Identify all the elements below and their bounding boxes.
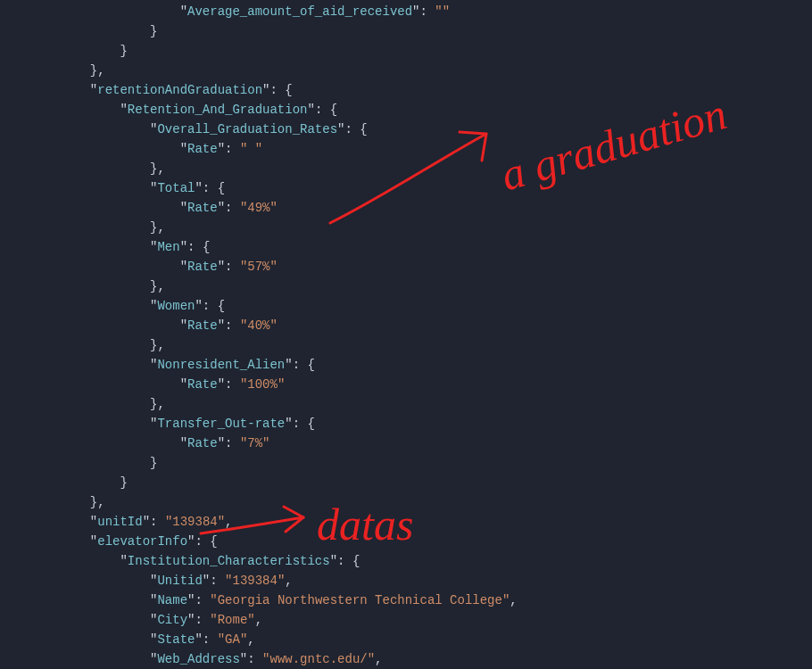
json-key: Transfer_Out-rate (157, 417, 285, 431)
code-line: } (0, 473, 652, 492)
code-line: }, (0, 61, 652, 80)
json-key: Overall_Graduation_Rates (157, 122, 337, 136)
code-line: "Total": { (0, 178, 652, 198)
code-line: "State": "GA", (0, 630, 652, 649)
json-key: State (157, 632, 195, 647)
json-string: 40% (247, 318, 269, 333)
json-string (247, 142, 254, 156)
code-line: "Average_amount_of_aid_received": "" (0, 2, 652, 21)
code-line: "Web_Address": "www.gntc.edu/", (0, 649, 652, 669)
code-line: "Nonresident_Alien": { (0, 355, 652, 375)
code-line: "Men": { (0, 237, 652, 257)
code-line: "Rate": "40%" (0, 316, 652, 335)
json-key: Rate (187, 142, 218, 156)
code-line: "Women": { (0, 296, 652, 316)
json-string: Georgia Northwestern Technical College (218, 593, 502, 607)
code-line: }, (0, 492, 652, 512)
json-key: elevatorInfo (97, 534, 187, 549)
code-line: "Rate": "7%" (0, 434, 652, 453)
json-key: Rate (187, 377, 218, 392)
json-key: Rate (187, 260, 218, 274)
code-line: }, (0, 394, 652, 414)
code-line: } (0, 41, 652, 61)
code-line: } (0, 21, 652, 41)
json-key: Rate (187, 201, 218, 215)
code-line: "retentionAndGraduation": { (0, 80, 652, 100)
code-line: "Rate": "57%" (0, 257, 652, 277)
json-key: Average_amount_of_aid_received (187, 4, 412, 19)
code-line: "Retention_And_Graduation": { (0, 100, 652, 120)
json-key: Rate (187, 436, 218, 450)
json-key: Nonresident_Alien (157, 358, 285, 372)
json-string: GA (225, 632, 240, 647)
code-line: "City": "Rome", (0, 610, 652, 630)
code-line: "elevatorInfo": { (0, 532, 652, 551)
json-key: Unitid (157, 574, 202, 588)
code-line: }, (0, 335, 652, 355)
json-key: retentionAndGraduation (97, 83, 262, 97)
json-string: 139384 (172, 515, 217, 529)
code-line: "Name": "Georgia Northwestern Technical … (0, 591, 652, 610)
code-line: "unitId": "139384", (0, 512, 652, 532)
json-key: Women (157, 299, 195, 313)
json-string: 100% (247, 377, 278, 392)
code-line: }, (0, 277, 652, 296)
json-key: Retention_And_Graduation (128, 103, 308, 117)
json-key: Institution_Characteristics (128, 554, 330, 568)
json-key: Web_Address (157, 652, 239, 666)
code-line: "Rate": "49%" (0, 198, 652, 218)
json-string: Rome (218, 613, 248, 627)
code-line: } (0, 453, 652, 473)
code-line: "Transfer_Out-rate": { (0, 414, 652, 434)
code-line: "Rate": "100%" (0, 375, 652, 394)
json-key: Men (157, 240, 179, 254)
code-line: "Institution_Characteristics": { (0, 551, 652, 571)
code-editor[interactable]: "Average_amount_of_aid_received": "" } }… (0, 0, 652, 669)
code-line: "Rate": " " (0, 139, 652, 159)
code-line: "Unitid": "139384", (0, 571, 652, 591)
json-key: unitId (97, 515, 142, 529)
json-key: City (157, 613, 187, 627)
json-key: Total (157, 181, 195, 195)
json-string: www.gntc.edu/ (269, 652, 367, 666)
json-string: 57% (247, 260, 269, 274)
json-string: 49% (247, 201, 269, 215)
json-string: 7% (247, 436, 262, 450)
json-key: Rate (187, 318, 218, 333)
json-string: 139384 (232, 574, 277, 588)
code-line: }, (0, 159, 652, 178)
code-line: "Overall_Graduation_Rates": { (0, 120, 652, 139)
json-key: Name (157, 593, 187, 607)
code-line: }, (0, 218, 652, 237)
